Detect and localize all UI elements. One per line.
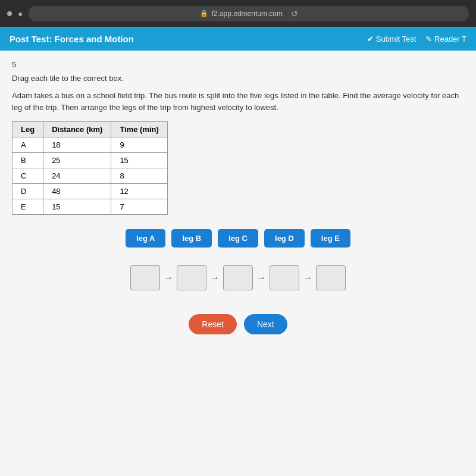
arrow-1: →	[164, 273, 173, 283]
tile-leg-a[interactable]: leg A	[126, 229, 165, 248]
question-text: Adam takes a bus on a school field trip.…	[12, 90, 464, 113]
arrow-3: →	[256, 273, 266, 283]
col-header-time: Time (min)	[111, 122, 168, 137]
drop-zone-4[interactable]	[270, 265, 299, 290]
page-title: Post Test: Forces and Motion	[10, 34, 134, 44]
address-bar[interactable]: 🔒 f2.app.edmentum.com ↺	[29, 6, 469, 21]
table-row: C 24 8	[12, 168, 168, 184]
browser-chrome: ● 🔒 f2.app.edmentum.com ↺	[0, 0, 476, 27]
drop-zone-5[interactable]	[316, 265, 346, 290]
table-row: A 18 9	[12, 137, 168, 153]
browser-dot	[7, 11, 12, 16]
table-row: D 48 12	[12, 184, 168, 199]
submit-check-icon: ✔	[367, 35, 374, 43]
tile-leg-e[interactable]: leg E	[311, 229, 350, 248]
tile-leg-c[interactable]: leg C	[218, 229, 258, 248]
cell-time-b: 15	[111, 153, 168, 168]
cell-leg-d: D	[12, 184, 43, 199]
cell-time-c: 8	[111, 168, 168, 184]
reader-button[interactable]: ✎ Reader T	[425, 35, 466, 43]
cell-time-a: 9	[111, 137, 168, 153]
cell-leg-b: B	[12, 153, 43, 168]
table-row: E 15 7	[12, 199, 168, 215]
buttons-section: Reset Next	[12, 314, 464, 334]
lock-icon: 🔒	[200, 10, 208, 17]
drop-zone-2[interactable]	[177, 265, 206, 290]
data-table: Leg Distance (km) Time (min) A 18 9 B 25…	[12, 121, 168, 215]
submit-test-button[interactable]: ✔ Submit Test	[367, 35, 416, 43]
cell-dist-e: 15	[43, 199, 111, 215]
top-bar-actions: ✔ Submit Test ✎ Reader T	[367, 35, 466, 43]
drop-zones-section: → → → →	[12, 265, 464, 290]
table-row: B 25 15	[12, 153, 168, 168]
cell-leg-e: E	[12, 199, 43, 215]
cell-time-e: 7	[111, 199, 168, 215]
cell-dist-d: 48	[43, 184, 111, 199]
cell-leg-c: C	[12, 168, 43, 184]
col-header-distance: Distance (km)	[43, 122, 111, 137]
reset-button[interactable]: Reset	[189, 314, 237, 334]
refresh-icon[interactable]: ↺	[291, 9, 298, 18]
drop-zone-1[interactable]	[130, 265, 160, 290]
reader-label: Reader T	[434, 35, 466, 43]
page-number: 5	[12, 60, 464, 69]
reader-icon: ✎	[425, 35, 432, 43]
cell-dist-b: 25	[43, 153, 111, 168]
cell-dist-a: 18	[43, 137, 111, 153]
page-content: 5 Drag each tile to the correct box. Ada…	[0, 51, 476, 476]
tile-leg-d[interactable]: leg D	[264, 229, 305, 248]
drag-instruction: Drag each tile to the correct box.	[12, 74, 464, 83]
tiles-section: leg A leg B leg C leg D leg E	[12, 229, 464, 248]
cell-leg-a: A	[12, 137, 43, 153]
arrow-4: →	[303, 273, 312, 283]
submit-test-label: Submit Test	[376, 35, 416, 43]
cell-time-d: 12	[111, 184, 168, 199]
arrow-2: →	[210, 273, 220, 283]
top-bar: Post Test: Forces and Motion ✔ Submit Te…	[0, 27, 476, 51]
security-icon: ●	[18, 9, 23, 18]
address-text: f2.app.edmentum.com	[212, 10, 283, 18]
next-button[interactable]: Next	[244, 314, 287, 334]
drop-zone-3[interactable]	[223, 265, 253, 290]
cell-dist-c: 24	[43, 168, 111, 184]
col-header-leg: Leg	[12, 122, 43, 137]
tile-leg-b[interactable]: leg B	[171, 229, 212, 248]
